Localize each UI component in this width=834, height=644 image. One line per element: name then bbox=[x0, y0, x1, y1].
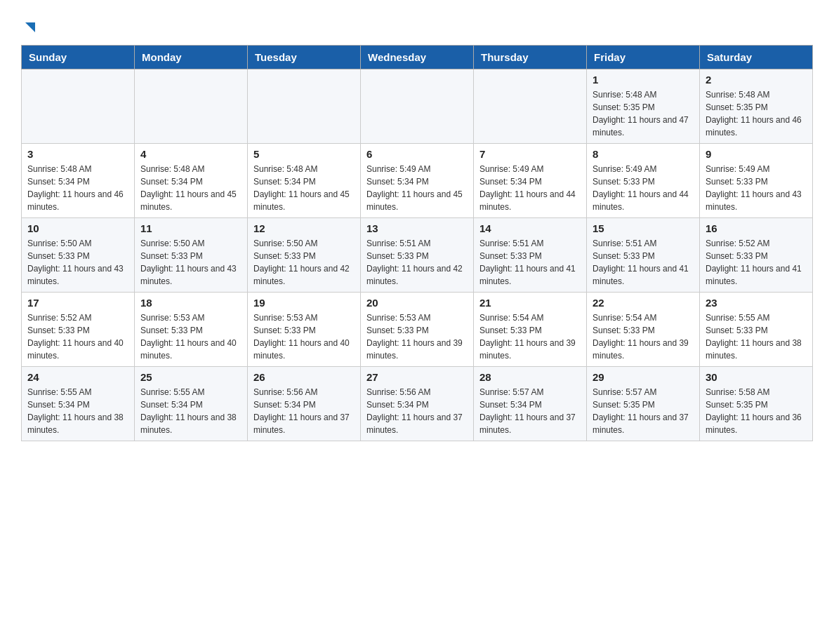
day-number: 5 bbox=[253, 148, 355, 160]
day-number: 17 bbox=[27, 297, 128, 309]
calendar-cell: 25Sunrise: 5:55 AMSunset: 5:34 PMDayligh… bbox=[135, 367, 248, 441]
calendar-week-row: 1Sunrise: 5:48 AMSunset: 5:35 PMDaylight… bbox=[22, 69, 813, 144]
day-number: 15 bbox=[593, 222, 694, 234]
calendar-cell: 19Sunrise: 5:53 AMSunset: 5:33 PMDayligh… bbox=[248, 293, 361, 367]
calendar-cell: 2Sunrise: 5:48 AMSunset: 5:35 PMDaylight… bbox=[700, 69, 813, 144]
day-info: Sunrise: 5:53 AMSunset: 5:33 PMDaylight:… bbox=[366, 311, 468, 362]
day-info: Sunrise: 5:49 AMSunset: 5:34 PMDaylight:… bbox=[366, 163, 468, 213]
day-number: 28 bbox=[479, 371, 581, 383]
day-number: 26 bbox=[253, 371, 355, 383]
day-number: 27 bbox=[366, 371, 468, 383]
day-number: 6 bbox=[366, 148, 468, 160]
day-info: Sunrise: 5:56 AMSunset: 5:34 PMDaylight:… bbox=[253, 386, 355, 436]
logo-triangle-icon bbox=[22, 20, 38, 35]
calendar-cell: 6Sunrise: 5:49 AMSunset: 5:34 PMDaylight… bbox=[361, 144, 474, 218]
day-number: 4 bbox=[140, 148, 241, 160]
calendar-cell: 15Sunrise: 5:51 AMSunset: 5:33 PMDayligh… bbox=[587, 218, 700, 293]
day-info: Sunrise: 5:57 AMSunset: 5:35 PMDaylight:… bbox=[593, 386, 694, 436]
calendar-cell: 22Sunrise: 5:54 AMSunset: 5:33 PMDayligh… bbox=[587, 293, 700, 367]
calendar-cell: 30Sunrise: 5:58 AMSunset: 5:35 PMDayligh… bbox=[700, 367, 813, 441]
day-info: Sunrise: 5:50 AMSunset: 5:33 PMDaylight:… bbox=[27, 237, 128, 288]
calendar-cell bbox=[135, 69, 248, 144]
day-info: Sunrise: 5:50 AMSunset: 5:33 PMDaylight:… bbox=[253, 237, 355, 288]
calendar-week-row: 10Sunrise: 5:50 AMSunset: 5:33 PMDayligh… bbox=[22, 218, 813, 293]
calendar-header-row: Sunday Monday Tuesday Wednesday Thursday… bbox=[22, 46, 813, 69]
calendar-cell: 16Sunrise: 5:52 AMSunset: 5:33 PMDayligh… bbox=[700, 218, 813, 293]
day-info: Sunrise: 5:58 AMSunset: 5:35 PMDaylight:… bbox=[706, 386, 807, 436]
svg-marker-0 bbox=[25, 22, 35, 32]
day-info: Sunrise: 5:49 AMSunset: 5:33 PMDaylight:… bbox=[593, 163, 694, 213]
calendar-cell: 14Sunrise: 5:51 AMSunset: 5:33 PMDayligh… bbox=[474, 218, 587, 293]
calendar-table: Sunday Monday Tuesday Wednesday Thursday… bbox=[21, 45, 813, 441]
day-number: 24 bbox=[27, 371, 128, 383]
day-number: 8 bbox=[593, 148, 694, 160]
calendar-cell: 11Sunrise: 5:50 AMSunset: 5:33 PMDayligh… bbox=[135, 218, 248, 293]
calendar-cell: 8Sunrise: 5:49 AMSunset: 5:33 PMDaylight… bbox=[587, 144, 700, 218]
day-info: Sunrise: 5:48 AMSunset: 5:35 PMDaylight:… bbox=[593, 88, 694, 139]
header-wednesday: Wednesday bbox=[361, 46, 474, 69]
day-number: 22 bbox=[593, 297, 694, 309]
calendar-cell: 1Sunrise: 5:48 AMSunset: 5:35 PMDaylight… bbox=[587, 69, 700, 144]
calendar-cell: 4Sunrise: 5:48 AMSunset: 5:34 PMDaylight… bbox=[135, 144, 248, 218]
calendar-cell: 12Sunrise: 5:50 AMSunset: 5:33 PMDayligh… bbox=[248, 218, 361, 293]
day-number: 18 bbox=[140, 297, 241, 309]
calendar-cell: 23Sunrise: 5:55 AMSunset: 5:33 PMDayligh… bbox=[700, 293, 813, 367]
day-number: 9 bbox=[706, 148, 807, 160]
header-tuesday: Tuesday bbox=[248, 46, 361, 69]
calendar-cell bbox=[22, 69, 135, 144]
day-number: 14 bbox=[479, 222, 581, 234]
day-info: Sunrise: 5:48 AMSunset: 5:34 PMDaylight:… bbox=[253, 163, 355, 213]
calendar-week-row: 3Sunrise: 5:48 AMSunset: 5:34 PMDaylight… bbox=[22, 144, 813, 218]
calendar-cell: 21Sunrise: 5:54 AMSunset: 5:33 PMDayligh… bbox=[474, 293, 587, 367]
day-info: Sunrise: 5:50 AMSunset: 5:33 PMDaylight:… bbox=[140, 237, 241, 288]
calendar-cell: 9Sunrise: 5:49 AMSunset: 5:33 PMDaylight… bbox=[700, 144, 813, 218]
header-friday: Friday bbox=[587, 46, 700, 69]
day-number: 25 bbox=[140, 371, 241, 383]
day-number: 20 bbox=[366, 297, 468, 309]
day-info: Sunrise: 5:56 AMSunset: 5:34 PMDaylight:… bbox=[366, 386, 468, 436]
day-info: Sunrise: 5:53 AMSunset: 5:33 PMDaylight:… bbox=[253, 311, 355, 362]
day-number: 2 bbox=[706, 74, 807, 86]
day-info: Sunrise: 5:52 AMSunset: 5:33 PMDaylight:… bbox=[706, 237, 807, 288]
day-info: Sunrise: 5:55 AMSunset: 5:34 PMDaylight:… bbox=[27, 386, 128, 436]
calendar-cell: 13Sunrise: 5:51 AMSunset: 5:33 PMDayligh… bbox=[361, 218, 474, 293]
day-info: Sunrise: 5:54 AMSunset: 5:33 PMDaylight:… bbox=[479, 311, 581, 362]
calendar-week-row: 17Sunrise: 5:52 AMSunset: 5:33 PMDayligh… bbox=[22, 293, 813, 367]
day-info: Sunrise: 5:55 AMSunset: 5:34 PMDaylight:… bbox=[140, 386, 241, 436]
calendar-cell: 28Sunrise: 5:57 AMSunset: 5:34 PMDayligh… bbox=[474, 367, 587, 441]
day-number: 30 bbox=[706, 371, 807, 383]
day-number: 11 bbox=[140, 222, 241, 234]
day-info: Sunrise: 5:49 AMSunset: 5:33 PMDaylight:… bbox=[706, 163, 807, 213]
calendar-cell: 5Sunrise: 5:48 AMSunset: 5:34 PMDaylight… bbox=[248, 144, 361, 218]
day-number: 3 bbox=[27, 148, 128, 160]
day-number: 21 bbox=[479, 297, 581, 309]
day-info: Sunrise: 5:55 AMSunset: 5:33 PMDaylight:… bbox=[706, 311, 807, 362]
day-info: Sunrise: 5:49 AMSunset: 5:34 PMDaylight:… bbox=[479, 163, 581, 213]
calendar-cell bbox=[248, 69, 361, 144]
day-info: Sunrise: 5:51 AMSunset: 5:33 PMDaylight:… bbox=[366, 237, 468, 288]
day-number: 12 bbox=[253, 222, 355, 234]
day-number: 10 bbox=[27, 222, 128, 234]
calendar-cell bbox=[474, 69, 587, 144]
day-info: Sunrise: 5:53 AMSunset: 5:33 PMDaylight:… bbox=[140, 311, 241, 362]
calendar-cell: 27Sunrise: 5:56 AMSunset: 5:34 PMDayligh… bbox=[361, 367, 474, 441]
logo bbox=[21, 14, 38, 38]
day-number: 1 bbox=[593, 74, 694, 86]
day-info: Sunrise: 5:57 AMSunset: 5:34 PMDaylight:… bbox=[479, 386, 581, 436]
day-info: Sunrise: 5:51 AMSunset: 5:33 PMDaylight:… bbox=[479, 237, 581, 288]
header-saturday: Saturday bbox=[700, 46, 813, 69]
header-area bbox=[21, 14, 813, 38]
calendar-cell: 18Sunrise: 5:53 AMSunset: 5:33 PMDayligh… bbox=[135, 293, 248, 367]
calendar-cell bbox=[361, 69, 474, 144]
calendar-cell: 7Sunrise: 5:49 AMSunset: 5:34 PMDaylight… bbox=[474, 144, 587, 218]
calendar-week-row: 24Sunrise: 5:55 AMSunset: 5:34 PMDayligh… bbox=[22, 367, 813, 441]
header-sunday: Sunday bbox=[22, 46, 135, 69]
day-info: Sunrise: 5:52 AMSunset: 5:33 PMDaylight:… bbox=[27, 311, 128, 362]
calendar-cell: 24Sunrise: 5:55 AMSunset: 5:34 PMDayligh… bbox=[22, 367, 135, 441]
calendar-cell: 20Sunrise: 5:53 AMSunset: 5:33 PMDayligh… bbox=[361, 293, 474, 367]
calendar-cell: 26Sunrise: 5:56 AMSunset: 5:34 PMDayligh… bbox=[248, 367, 361, 441]
day-info: Sunrise: 5:48 AMSunset: 5:35 PMDaylight:… bbox=[706, 88, 807, 139]
day-number: 16 bbox=[706, 222, 807, 234]
calendar-cell: 3Sunrise: 5:48 AMSunset: 5:34 PMDaylight… bbox=[22, 144, 135, 218]
day-info: Sunrise: 5:48 AMSunset: 5:34 PMDaylight:… bbox=[27, 163, 128, 213]
